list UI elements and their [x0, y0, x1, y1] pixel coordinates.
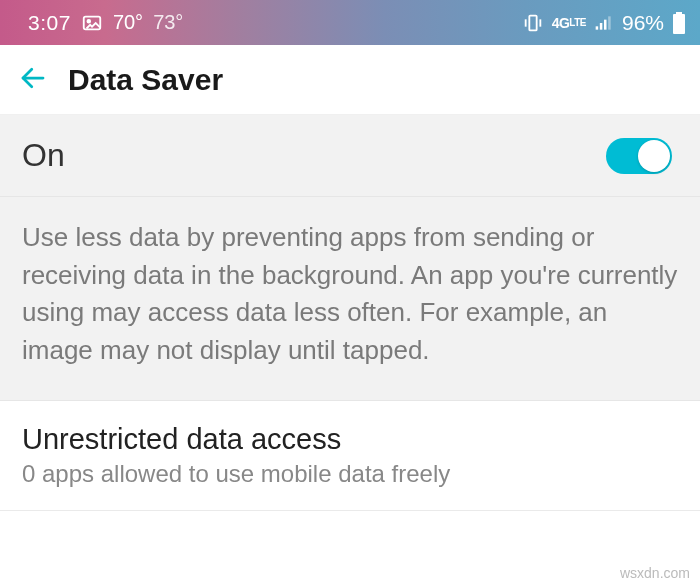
status-left: 3:07 70° 73°	[28, 11, 183, 35]
svg-rect-6	[600, 23, 603, 30]
unrestricted-data-access-item[interactable]: Unrestricted data access 0 apps allowed …	[0, 401, 700, 511]
svg-rect-8	[608, 16, 611, 29]
image-icon	[81, 12, 103, 34]
back-arrow-icon[interactable]	[18, 63, 48, 97]
status-right: 4GLTE 96%	[522, 11, 686, 35]
svg-point-1	[87, 19, 90, 22]
status-weather: 70° 73°	[113, 11, 184, 34]
temp-secondary: 73°	[153, 11, 183, 34]
status-time: 3:07	[28, 11, 71, 35]
svg-rect-10	[673, 14, 685, 34]
network-type-icon: 4GLTE	[552, 15, 586, 31]
page-title: Data Saver	[68, 63, 223, 97]
svg-rect-9	[676, 12, 682, 14]
battery-icon	[672, 12, 686, 34]
switch-knob	[638, 140, 670, 172]
status-bar: 3:07 70° 73° 4GLTE 96%	[0, 0, 700, 45]
temp-primary: 70°	[113, 11, 143, 34]
watermark-text: wsxdn.com	[620, 565, 690, 581]
svg-rect-5	[596, 26, 599, 29]
signal-icon	[594, 13, 614, 33]
unrestricted-title: Unrestricted data access	[22, 423, 678, 456]
svg-rect-7	[604, 19, 607, 29]
unrestricted-subtitle: 0 apps allowed to use mobile data freely	[22, 460, 678, 488]
network-type-label: 4G	[552, 15, 570, 31]
vibrate-icon	[522, 12, 544, 34]
data-saver-description: Use less data by preventing apps from se…	[0, 197, 700, 401]
data-saver-switch[interactable]	[606, 138, 672, 174]
data-saver-toggle-row[interactable]: On	[0, 115, 700, 197]
svg-rect-2	[529, 15, 536, 30]
app-bar: Data Saver	[0, 45, 700, 115]
toggle-state-label: On	[22, 137, 65, 174]
battery-percent: 96%	[622, 11, 664, 35]
